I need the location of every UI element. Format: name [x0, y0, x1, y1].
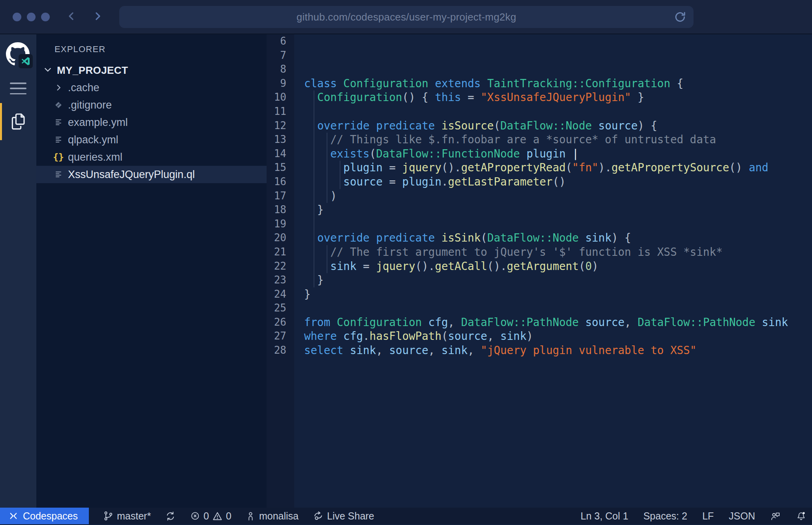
code-text [294, 105, 304, 119]
code-text [294, 49, 304, 63]
line-number[interactable]: 10 [267, 90, 294, 105]
codespaces-label: Codespaces [23, 510, 78, 522]
project-root-folder[interactable]: MY_PROJECT [36, 62, 267, 79]
tree-item-xssunsafejqueryplugin-ql[interactable]: XssUnsafeJQueryPlugin.ql [36, 166, 267, 183]
line-number[interactable]: 18 [267, 203, 294, 217]
code-line[interactable]: 28select sink, source, sink, "jQuery plu… [267, 343, 812, 358]
code-line[interactable]: 24} [267, 287, 812, 302]
problems-button[interactable]: 0 0 [190, 510, 231, 522]
window-control-zoom[interactable] [41, 13, 50, 21]
code-line[interactable]: 14 exists(DataFlow::FunctionNode plugin … [267, 147, 812, 161]
line-number[interactable]: 8 [267, 62, 294, 77]
refresh-button[interactable] [673, 10, 687, 24]
code-line[interactable]: 16 source = plugin.getLastParameter() [267, 175, 812, 189]
remote-icon [9, 511, 18, 521]
code-line[interactable]: 9class Configuration extends TaintTracki… [267, 77, 812, 91]
indent-guide [314, 217, 314, 231]
tree-item-example-yml[interactable]: example.yml [36, 114, 267, 131]
code-line[interactable]: 6 [267, 34, 812, 49]
code-line[interactable]: 10 Configuration() { this = "XssUnsafeJQ… [267, 90, 812, 105]
window-controls [13, 13, 50, 21]
code-text: // Things like $.fn.foobar are a *source… [294, 133, 716, 147]
code-text: select sink, source, sink, "jQuery plugi… [294, 343, 696, 358]
line-number[interactable]: 23 [267, 273, 294, 287]
tree-item-queries-xml[interactable]: {}queries.xml [36, 148, 267, 166]
line-number[interactable]: 6 [267, 34, 294, 49]
line-number[interactable]: 12 [267, 119, 294, 133]
code-line[interactable]: 26from Configuration cfg, DataFlow::Path… [267, 315, 812, 330]
line-number[interactable]: 27 [267, 329, 294, 343]
url-text: github.com/codespaces/user-my-project-mg… [297, 11, 516, 23]
line-number[interactable]: 9 [267, 77, 294, 91]
hamburger-icon [10, 82, 26, 84]
line-number[interactable]: 17 [267, 189, 294, 203]
tree-item-qlpack-yml[interactable]: qlpack.yml [36, 131, 267, 148]
line-number[interactable]: 13 [267, 133, 294, 147]
indent-guide [314, 245, 314, 259]
code-editor: 6789class Configuration extends TaintTra… [267, 34, 812, 508]
url-bar[interactable]: github.com/codespaces/user-my-project-mg… [119, 6, 694, 28]
cursor-position-button[interactable]: Ln 3, Col 1 [581, 510, 628, 522]
code-line[interactable]: 18 } [267, 203, 812, 217]
eol-button[interactable]: LF [702, 510, 714, 522]
code-line[interactable]: 23 } [267, 273, 812, 287]
file-lines-icon [53, 117, 64, 128]
code-line[interactable]: 20 override predicate isSink(DataFlow::N… [267, 231, 812, 245]
line-number[interactable]: 28 [267, 343, 294, 358]
feedback-button[interactable] [770, 511, 781, 521]
line-number[interactable]: 26 [267, 315, 294, 330]
window-control-minimize[interactable] [27, 13, 36, 21]
code-line[interactable]: 22 sink = jquery().getACall().getArgumen… [267, 259, 812, 274]
indentation-button[interactable]: Spaces: 2 [643, 510, 687, 522]
notifications-button[interactable] [796, 511, 806, 521]
chevron-down-icon [43, 64, 53, 76]
code-line[interactable]: 11 [267, 105, 812, 119]
line-number[interactable]: 24 [267, 287, 294, 302]
menu-button[interactable] [10, 82, 26, 94]
line-number[interactable]: 15 [267, 161, 294, 175]
indent-guide [327, 161, 327, 175]
language-mode-button[interactable]: JSON [729, 510, 755, 522]
sync-button[interactable] [165, 511, 176, 521]
line-number[interactable]: 16 [267, 175, 294, 189]
account-label: monalisa [259, 510, 299, 522]
indent-guide [327, 189, 327, 203]
live-share-button[interactable]: Live Share [313, 510, 374, 522]
forward-button[interactable] [91, 10, 104, 24]
status-bar: Codespaces master* 0 0 monalisa Live Sha… [0, 508, 812, 524]
code-text: sink = jquery().getACall().getArgument(0… [294, 259, 598, 274]
indent-guide [327, 245, 327, 259]
line-number[interactable]: 14 [267, 147, 294, 161]
code-text: plugin = jquery().getAPropertyRead("fn")… [294, 161, 769, 175]
window-control-close[interactable] [13, 13, 21, 21]
warning-count: 0 [226, 510, 231, 522]
explorer-sidebar: EXPLORER MY_PROJECT .cache.gitignoreexam… [36, 34, 267, 508]
tree-item-label: queries.xml [68, 151, 122, 163]
code-line[interactable]: 17 ) [267, 189, 812, 203]
explorer-view-button[interactable] [0, 103, 36, 140]
line-number[interactable]: 7 [267, 49, 294, 63]
code-line[interactable]: 13 // Things like $.fn.foobar are a *sou… [267, 133, 812, 147]
tree-item--gitignore[interactable]: .gitignore [36, 96, 267, 114]
line-number[interactable]: 20 [267, 231, 294, 245]
code-line[interactable]: 7 [267, 49, 812, 63]
tree-item-label: XssUnsafeJQueryPlugin.ql [68, 169, 195, 181]
line-number[interactable]: 22 [267, 259, 294, 274]
tree-item--cache[interactable]: .cache [36, 79, 267, 96]
code-line[interactable]: 27where cfg.hasFlowPath(source, sink) [267, 329, 812, 343]
code-line[interactable]: 8 [267, 62, 812, 77]
code-line[interactable]: 25 [267, 301, 812, 315]
code-line[interactable]: 21 // The first argument to jQuery's '$'… [267, 245, 812, 259]
code-line[interactable]: 15 plugin = jquery().getAPropertyRead("f… [267, 161, 812, 175]
line-number[interactable]: 21 [267, 245, 294, 259]
code-line[interactable]: 19 [267, 217, 812, 231]
line-number[interactable]: 19 [267, 217, 294, 231]
back-button[interactable] [65, 10, 78, 24]
line-number[interactable]: 11 [267, 105, 294, 119]
code-line[interactable]: 12 override predicate isSource(DataFlow:… [267, 119, 812, 133]
account-button[interactable]: monalisa [246, 510, 299, 522]
line-number[interactable]: 25 [267, 301, 294, 315]
branch-button[interactable]: master* [103, 510, 151, 522]
codespaces-status-button[interactable]: Codespaces [0, 508, 89, 524]
code-text: where cfg.hasFlowPath(source, sink) [294, 329, 533, 343]
